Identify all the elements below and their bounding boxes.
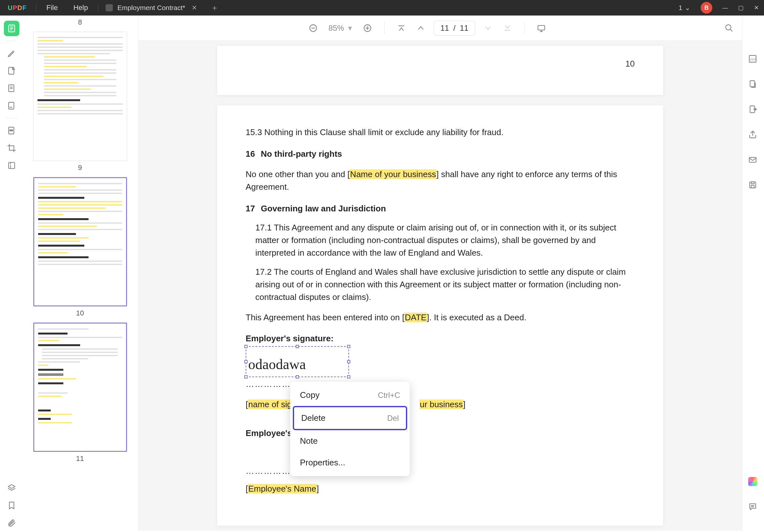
main-viewport: 85% ▾ 11 / 11 xyxy=(138,16,742,531)
thumbnail-item[interactable]: 8 xyxy=(32,16,128,27)
resize-handle[interactable] xyxy=(347,360,350,363)
svg-rect-10 xyxy=(10,130,13,131)
context-menu-note[interactable]: Note xyxy=(293,430,407,452)
left-tool-rail xyxy=(1,16,22,531)
document-tab[interactable]: Employment Contract* ✕ xyxy=(100,1,205,15)
highlight: ur business xyxy=(420,400,463,409)
svg-rect-26 xyxy=(750,81,754,87)
signature-selection-box[interactable]: odaodawa xyxy=(246,346,349,377)
window-maximize-button[interactable]: ▢ xyxy=(733,0,748,16)
thumbnail-item[interactable]: 9 xyxy=(32,32,128,172)
highlight: DATE xyxy=(404,312,427,322)
email-button[interactable] xyxy=(745,152,760,167)
annotate-tool-button[interactable] xyxy=(4,46,19,61)
resize-handle[interactable] xyxy=(244,360,248,363)
presentation-button[interactable] xyxy=(535,22,548,35)
ai-assistant-button[interactable] xyxy=(745,474,760,489)
resize-handle[interactable] xyxy=(244,345,248,348)
tab-title: Employment Contract* xyxy=(117,4,185,12)
svg-rect-31 xyxy=(751,185,754,188)
convert-button[interactable] xyxy=(745,76,760,92)
highlight: Employee's Name xyxy=(248,484,316,493)
resize-handle[interactable] xyxy=(296,345,299,348)
right-tool-rail: OCR xyxy=(742,16,763,531)
window-minimize-button[interactable]: — xyxy=(717,0,733,16)
clause-text: 17.2 The courts of England and Wales sha… xyxy=(246,266,635,303)
menu-file[interactable]: File xyxy=(39,0,65,15)
crop-tool-button[interactable] xyxy=(4,140,19,156)
fill-sign-tool-button[interactable] xyxy=(4,98,19,113)
sparkle-icon xyxy=(748,477,757,486)
svg-text:OCR: OCR xyxy=(750,58,757,61)
document-icon xyxy=(106,4,113,11)
thumbnail-panel[interactable]: 8 9 xyxy=(22,16,138,531)
thumbnail-number: 8 xyxy=(78,18,82,27)
search-button[interactable] xyxy=(723,22,736,35)
svg-rect-11 xyxy=(9,163,15,169)
document-scroll-area[interactable]: 10 15.3 Nothing in this Clause shall lim… xyxy=(138,41,742,531)
user-avatar[interactable]: B xyxy=(701,2,712,14)
context-menu-delete[interactable]: DeleteDel xyxy=(293,406,407,430)
resize-handle[interactable] xyxy=(347,375,350,379)
highlight: Name of your business xyxy=(350,169,436,179)
thumbnail-number: 9 xyxy=(78,164,82,172)
next-page-button[interactable] xyxy=(481,22,494,35)
menu-help[interactable]: Help xyxy=(66,0,96,15)
clause-text: This Agreement has been entered into on … xyxy=(246,311,635,324)
zoom-value: 85% xyxy=(329,24,344,33)
chevron-down-icon: ▾ xyxy=(348,24,352,33)
page-input[interactable]: 11 / 11 xyxy=(434,21,476,36)
page-dropdown-value: 1 xyxy=(679,4,682,12)
tab-close-button[interactable]: ✕ xyxy=(190,3,199,12)
svg-rect-19 xyxy=(538,25,545,30)
view-toolbar: 85% ▾ 11 / 11 xyxy=(138,16,742,41)
page-number-label: 10 xyxy=(625,59,635,69)
edit-tool-button[interactable] xyxy=(4,63,19,79)
first-page-button[interactable] xyxy=(395,22,408,35)
thumbnail-item[interactable]: 10 xyxy=(32,177,128,317)
signature-label: Employer's signature: xyxy=(246,332,635,345)
prev-page-button[interactable] xyxy=(414,22,427,35)
chevron-down-icon: ⌄ xyxy=(685,4,690,12)
zoom-dropdown[interactable]: 85% ▾ xyxy=(326,24,354,33)
section-heading: 16No third-party rights xyxy=(246,148,635,160)
context-menu-properties[interactable]: Properties... xyxy=(293,452,407,473)
attachment-button[interactable] xyxy=(4,515,19,531)
share-button[interactable] xyxy=(745,127,760,142)
clause-text: No one other than you and [Name of your … xyxy=(246,168,635,193)
thumbnail-item[interactable]: 11 xyxy=(32,323,128,463)
svg-rect-30 xyxy=(751,182,754,184)
page-dropdown[interactable]: 1 ⌄ xyxy=(673,4,695,12)
comments-button[interactable] xyxy=(745,499,760,515)
svg-rect-8 xyxy=(9,102,14,109)
save-button[interactable] xyxy=(745,177,760,193)
zoom-in-button[interactable] xyxy=(361,22,374,35)
svg-line-23 xyxy=(730,29,732,31)
last-page-button[interactable] xyxy=(501,22,514,35)
resize-handle[interactable] xyxy=(347,345,350,348)
window-close-button[interactable]: ✕ xyxy=(748,0,764,16)
thumbnail-number: 10 xyxy=(76,309,84,317)
clause-text: [Employee's Name] xyxy=(246,482,635,495)
layers-button[interactable] xyxy=(4,480,19,496)
reader-mode-button[interactable] xyxy=(4,21,19,36)
context-menu: CopyCtrl+C DeleteDel Note Properties... xyxy=(290,382,410,476)
bookmark-button[interactable] xyxy=(4,498,19,513)
redact-tool-button[interactable] xyxy=(4,123,19,138)
app-logo: UPDF xyxy=(0,4,34,12)
context-menu-copy[interactable]: CopyCtrl+C xyxy=(293,384,407,406)
titlebar: UPDF File Help Employment Contract* ✕ ＋ … xyxy=(0,0,764,16)
section-heading: 17Governing law and Jurisdiction xyxy=(246,202,635,215)
compress-tool-button[interactable] xyxy=(4,158,19,173)
new-tab-button[interactable]: ＋ xyxy=(205,3,224,13)
resize-handle[interactable] xyxy=(244,375,248,379)
clause-text: 17.1 This Agreement and any dispute or c… xyxy=(246,221,635,259)
export-button[interactable] xyxy=(745,101,760,117)
svg-rect-28 xyxy=(749,157,756,162)
document-page: 10 xyxy=(217,46,663,95)
resize-handle[interactable] xyxy=(296,375,299,379)
document-page: 15.3 Nothing in this Clause shall limit … xyxy=(217,105,663,526)
ocr-button[interactable]: OCR xyxy=(745,51,760,67)
organize-tool-button[interactable] xyxy=(4,81,19,96)
zoom-out-button[interactable] xyxy=(307,22,320,35)
